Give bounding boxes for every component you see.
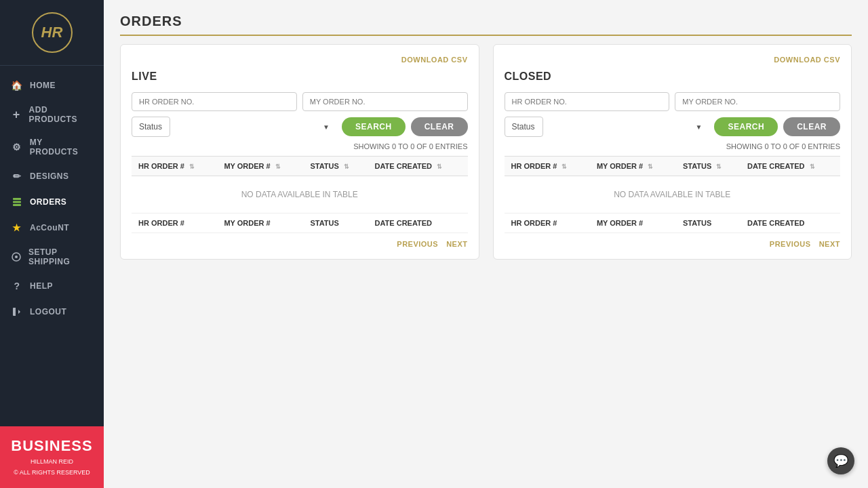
sort-icon-date-created: ⇅ xyxy=(437,163,442,170)
sidebar-item-help[interactable]: ? HELP xyxy=(0,273,104,299)
live-showing-text: SHOWING 0 TO 0 OF 0 ENTRIES xyxy=(132,142,468,150)
sidebar-bottom-business[interactable]: BUSINESS HILLMAN REID © ALL RIGHTS RESER… xyxy=(0,426,104,488)
live-col-status[interactable]: STATUS ⇅ xyxy=(303,157,368,176)
live-footer-date-created: DATE CREATED xyxy=(368,214,468,233)
company-name: HILLMAN REID xyxy=(11,458,93,466)
sidebar-logo: HR xyxy=(0,0,104,66)
business-label: BUSINESS xyxy=(11,437,93,455)
closed-sort-icon-my-order: ⇅ xyxy=(648,163,653,170)
sidebar-item-orders[interactable]: ORDERS xyxy=(0,189,104,215)
closed-no-data-cell: NO DATA AVAILABLE IN TABLE xyxy=(505,176,841,214)
live-clear-button[interactable]: CLEAR xyxy=(411,117,468,136)
live-status-select[interactable]: Status xyxy=(132,117,170,137)
chat-button[interactable]: 💬 xyxy=(827,447,854,474)
sidebar-label-orders: ORDERS xyxy=(30,197,66,207)
logout-icon xyxy=(11,306,23,318)
live-status-wrapper: Status xyxy=(132,117,336,137)
closed-my-order-input[interactable] xyxy=(675,92,840,111)
closed-status-wrapper: Status xyxy=(505,117,709,137)
live-hr-order-input[interactable] xyxy=(132,92,297,111)
sidebar-label-home: HOME xyxy=(30,81,56,90)
closed-footer-status: STATUS xyxy=(676,214,741,233)
closed-previous-link[interactable]: PREVIOUS xyxy=(770,240,811,248)
live-download-csv-link[interactable]: DOWNLOAD CSV xyxy=(401,56,468,64)
closed-col-date-created[interactable]: DATE CREATED ⇅ xyxy=(741,157,840,176)
help-icon: ? xyxy=(11,280,23,292)
closed-col-status[interactable]: STATUS ⇅ xyxy=(676,157,741,176)
sidebar-label-add-products: ADD PRODUCTS xyxy=(29,105,93,124)
live-previous-link[interactable]: PREVIOUS xyxy=(397,240,438,248)
svg-rect-2 xyxy=(13,204,21,206)
sort-icon-my-order: ⇅ xyxy=(275,163,281,170)
closed-table-footer: HR ORDER # MY ORDER # STATUS DATE CREATE… xyxy=(505,214,841,233)
live-next-link[interactable]: NEXT xyxy=(446,240,467,248)
page-title: ORDERS xyxy=(120,14,852,36)
closed-footer-date-created: DATE CREATED xyxy=(741,214,840,233)
closed-table: HR ORDER # ⇅ MY ORDER # ⇅ STATUS ⇅ DAT xyxy=(505,156,841,233)
sidebar-label-logout: LOGOUT xyxy=(30,307,66,317)
sort-icon-status: ⇅ xyxy=(344,163,349,170)
svg-rect-0 xyxy=(13,198,21,200)
live-search-button[interactable]: SEARCH xyxy=(342,117,406,136)
closed-next-link[interactable]: NEXT xyxy=(819,240,840,248)
sidebar: HR 🏠 HOME + ADD PRODUCTS ⚙ MY PRODUCTS ✏… xyxy=(0,0,104,488)
closed-sort-icon-status: ⇅ xyxy=(716,163,722,170)
live-col-date-created[interactable]: DATE CREATED ⇅ xyxy=(368,157,468,176)
closed-section-title: CLOSED xyxy=(505,70,841,83)
sidebar-item-my-products[interactable]: ⚙ MY PRODUCTS xyxy=(0,131,104,163)
closed-filter-row-1 xyxy=(505,92,841,111)
orders-icon xyxy=(11,196,23,208)
live-panel-top: DOWNLOAD CSV xyxy=(132,56,468,64)
sidebar-label-my-products: MY PRODUCTS xyxy=(30,138,93,157)
live-panel: DOWNLOAD CSV LIVE Status SEARCH CLEAR SH… xyxy=(120,44,479,260)
orders-grid: DOWNLOAD CSV LIVE Status SEARCH CLEAR SH… xyxy=(120,44,852,260)
sidebar-item-designs[interactable]: ✏ DESIGNS xyxy=(0,163,104,189)
logo-icon: HR xyxy=(32,12,73,53)
closed-table-body: NO DATA AVAILABLE IN TABLE xyxy=(505,176,841,214)
live-no-data-row: NO DATA AVAILABLE IN TABLE xyxy=(132,176,468,214)
live-table-footer: HR ORDER # MY ORDER # STATUS DATE CREATE… xyxy=(132,214,468,233)
sidebar-item-setup-shipping[interactable]: SETUP SHIPPING xyxy=(0,241,104,273)
closed-panel: DOWNLOAD CSV CLOSED Status SEARCH CLEAR … xyxy=(493,44,852,260)
closed-status-select[interactable]: Status xyxy=(505,117,543,137)
closed-panel-top: DOWNLOAD CSV xyxy=(505,56,841,64)
closed-clear-button[interactable]: CLEAR xyxy=(783,117,840,136)
live-filter-row-1 xyxy=(132,92,468,111)
svg-rect-1 xyxy=(13,201,21,203)
shipping-icon xyxy=(11,251,22,263)
star-icon: ★ xyxy=(11,222,23,234)
live-col-hr-order[interactable]: HR ORDER # ⇅ xyxy=(132,157,217,176)
closed-sort-icon-hr-order: ⇅ xyxy=(561,163,567,170)
live-footer-my-order: MY ORDER # xyxy=(217,214,303,233)
rights-text: © ALL RIGHTS RESERVED xyxy=(11,468,93,477)
sidebar-item-account[interactable]: ★ AcCouNT xyxy=(0,215,104,241)
live-footer-status: STATUS xyxy=(303,214,368,233)
closed-no-data-row: NO DATA AVAILABLE IN TABLE xyxy=(505,176,841,214)
main-content: ORDERS DOWNLOAD CSV LIVE Status SEARCH C… xyxy=(104,0,868,488)
closed-filter-row-2: Status SEARCH CLEAR xyxy=(505,117,841,137)
svg-point-4 xyxy=(15,256,18,258)
live-table-body: NO DATA AVAILABLE IN TABLE xyxy=(132,176,468,214)
closed-search-button[interactable]: SEARCH xyxy=(714,117,778,136)
live-footer-hr-order: HR ORDER # xyxy=(132,214,217,233)
sidebar-label-help: HELP xyxy=(30,281,53,291)
sidebar-item-logout[interactable]: LOGOUT xyxy=(0,299,104,325)
closed-table-header: HR ORDER # ⇅ MY ORDER # ⇅ STATUS ⇅ DAT xyxy=(505,157,841,176)
sidebar-label-setup-shipping: SETUP SHIPPING xyxy=(28,247,93,266)
pencil-icon: ✏ xyxy=(11,170,23,182)
closed-download-csv-link[interactable]: DOWNLOAD CSV xyxy=(774,56,840,64)
closed-pagination: PREVIOUS NEXT xyxy=(505,240,841,248)
closed-col-my-order[interactable]: MY ORDER # ⇅ xyxy=(590,157,676,176)
sidebar-item-home[interactable]: 🏠 HOME xyxy=(0,73,104,98)
closed-footer-hr-order: HR ORDER # xyxy=(505,214,590,233)
live-filter-row-2: Status SEARCH CLEAR xyxy=(132,117,468,137)
add-icon: + xyxy=(11,108,22,121)
closed-hr-order-input[interactable] xyxy=(505,92,670,111)
sidebar-label-designs: DESIGNS xyxy=(30,171,69,181)
sidebar-item-add-products[interactable]: + ADD PRODUCTS xyxy=(0,98,104,131)
live-section-title: LIVE xyxy=(132,70,468,83)
live-my-order-input[interactable] xyxy=(302,92,468,111)
live-col-my-order[interactable]: MY ORDER # ⇅ xyxy=(217,157,303,176)
closed-col-hr-order[interactable]: HR ORDER # ⇅ xyxy=(505,157,590,176)
sidebar-label-account: AcCouNT xyxy=(30,223,69,232)
